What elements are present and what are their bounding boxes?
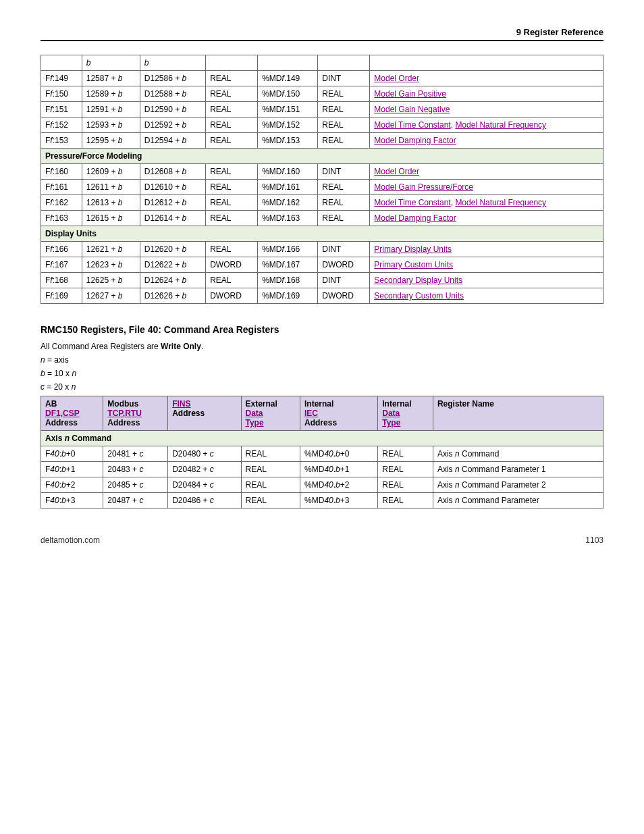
register-link[interactable]: Model Damping Factor (374, 136, 456, 145)
table-row: Ff:16112611 + bD12610 + bREAL%MDf.161REA… (41, 180, 603, 195)
table-row: Ff:16812625 + bD12624 + bREAL%MDf.168DIN… (41, 273, 603, 288)
page-header: 9 Register Reference (41, 27, 603, 41)
header-link[interactable]: TCP,RTU (107, 409, 141, 418)
table-row: F40:b+120483 + cD20482 + cREAL%MD40.b+1R… (41, 462, 603, 477)
table-row: Ff:16912627 + bD12626 + bDWORD%MDf.169DW… (41, 288, 603, 304)
table-row: Ff:16612621 + bD12620 + bREAL%MDf.166DIN… (41, 242, 603, 257)
col-header: ExternalDataType (241, 396, 300, 431)
footer-left: deltamotion.com (41, 536, 100, 545)
table-row: Ff:14912587 + bD12586 + bREAL%MDf.149DIN… (41, 71, 603, 86)
col-header: InternalIECAddress (300, 396, 378, 431)
col-header: ABDF1,CSPAddress (41, 396, 103, 431)
table-row: Ff:16212613 + bD12612 + bREAL%MDf.162REA… (41, 195, 603, 211)
paragraph: b = 10 x n (41, 369, 603, 378)
register-link[interactable]: Primary Custom Units (374, 260, 453, 269)
section-label: Axis n Command (41, 431, 603, 446)
section-row: Display Units (41, 226, 603, 242)
register-link[interactable]: Model Order (374, 74, 419, 83)
table-header-row: ABDF1,CSPAddress ModbusTCP,RTUAddress FI… (41, 396, 603, 431)
register-link[interactable]: Secondary Display Units (374, 276, 462, 285)
register-link[interactable]: Secondary Custom Units (374, 291, 464, 301)
col-header: ModbusTCP,RTUAddress (103, 396, 168, 431)
register-link[interactable]: Model Gain Pressure/Force (374, 182, 473, 192)
table-row: F40:b+020481 + cD20480 + cREAL%MD40.b+0R… (41, 446, 603, 462)
register-link[interactable]: Model Order (374, 167, 419, 176)
cell: b (144, 58, 149, 68)
col-header: Register Name (433, 396, 603, 431)
section-row: Pressure/Force Modeling (41, 149, 603, 164)
register-link[interactable]: Primary Display Units (374, 244, 452, 254)
paragraph: c = 20 x n (41, 382, 603, 392)
register-link[interactable]: Model Gain Positive (374, 89, 446, 99)
paragraph: n = axis (41, 355, 603, 365)
section-row: Axis n Command (41, 431, 603, 446)
register-link[interactable]: Model Time Constant (374, 198, 450, 207)
register-link[interactable]: Model Time Constant (374, 120, 450, 130)
register-link[interactable]: Model Damping Factor (374, 213, 456, 223)
register-table-2: ABDF1,CSPAddress ModbusTCP,RTUAddress FI… (41, 396, 603, 509)
table-row: bb (41, 55, 603, 71)
section-label: Display Units (41, 226, 603, 242)
header-link[interactable]: Type (246, 418, 264, 427)
table-row: Ff:16712623 + bD12622 + bDWORD%MDf.167DW… (41, 257, 603, 273)
header-link[interactable]: DF1,CSP (45, 409, 80, 418)
header-link[interactable]: FINS (172, 399, 190, 409)
section-label: Pressure/Force Modeling (41, 149, 603, 164)
register-link[interactable]: Model Natural Frequency (455, 120, 546, 130)
footer-right: 1103 (585, 536, 603, 545)
text: All Command Area Registers are (41, 342, 161, 351)
header-link[interactable]: Type (382, 418, 400, 427)
table-row: F40:b+220485 + cD20484 + cREAL%MD40.b+2R… (41, 477, 603, 493)
header-link[interactable]: Data (382, 409, 400, 418)
text: . (201, 342, 203, 351)
table-row: Ff:16312615 + bD12614 + bREAL%MDf.163REA… (41, 211, 603, 226)
table-row: Ff:15012589 + bD12588 + bREAL%MDf.150REA… (41, 86, 603, 102)
header-link[interactable]: Data (246, 409, 263, 418)
col-header: FINSAddress (168, 396, 241, 431)
register-link[interactable]: Model Natural Frequency (455, 198, 546, 207)
table-row: Ff:16012609 + bD12608 + bREAL%MDf.160DIN… (41, 164, 603, 180)
register-table-1: bb Ff:14912587 + bD12586 + bREAL%MDf.149… (41, 55, 603, 304)
header-link[interactable]: IEC (304, 409, 318, 418)
section-heading: RMC150 Registers, File 40: Command Area … (41, 324, 603, 335)
col-header: InternalDataType (378, 396, 433, 431)
table-row: Ff:15212593 + bD12592 + bREAL%MDf.152REA… (41, 118, 603, 133)
text: Write Only (161, 342, 201, 351)
table-row: Ff:15312595 + bD12594 + bREAL%MDf.153REA… (41, 133, 603, 149)
page-footer: deltamotion.com 1103 (41, 536, 603, 545)
register-link[interactable]: Model Gain Negative (374, 105, 450, 114)
table-row: F40:b+320487 + cD20486 + cREAL%MD40.b+3R… (41, 493, 603, 509)
paragraph: All Command Area Registers are Write Onl… (41, 342, 603, 351)
table-row: Ff:15112591 + bD12590 + bREAL%MDf.151REA… (41, 102, 603, 118)
cell: b (86, 58, 91, 68)
